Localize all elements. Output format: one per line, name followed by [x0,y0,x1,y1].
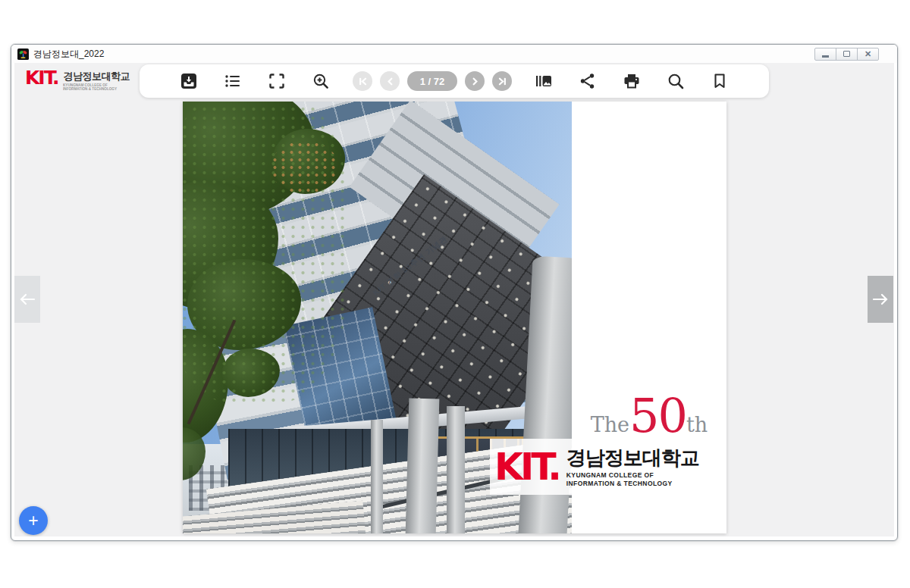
close-button[interactable]: ✕ [857,48,879,61]
flipbook-page[interactable]: KIT 건학 50주년 기념관 The50th KIT. 경남정보대학교 KYU… [183,102,726,533]
viewer-brand: KIT. 경남정보대학교 KYUNGNAM COLLEGE OFINFORMAT… [25,67,156,97]
maximize-button[interactable] [836,48,858,61]
column [447,406,465,533]
brand-name-english: KYUNGNAM COLLEGE OFINFORMATION & TECHNOL… [63,83,117,92]
thumbnail-view-button[interactable] [535,72,553,90]
minimize-icon [822,55,829,58]
page-indicator: 1 / 72 [407,71,457,91]
close-icon: ✕ [864,50,871,58]
print-icon [623,72,641,90]
window-controls: ✕ [815,48,879,61]
first-page-icon [358,77,368,86]
share-button[interactable] [579,72,597,90]
download-icon [180,72,198,90]
last-page-button[interactable] [492,71,512,91]
zoom-in-button[interactable] [312,72,330,90]
next-page-icon [470,77,480,86]
cover-brand-english: KYUNGNAM COLLEGE OFINFORMATION & TECHNOL… [566,471,699,488]
next-page-side-button[interactable] [868,276,893,323]
next-page-button[interactable] [465,71,485,91]
app-icon [17,48,29,60]
previous-page-button[interactable] [380,71,400,91]
anniversary-number: 50 [629,388,686,443]
last-page-icon [497,77,507,86]
anniversary-text: The50th [572,388,726,443]
tree-autumn-speckles [271,141,339,194]
search-button[interactable] [667,72,685,90]
cover-brand: KIT. 경남정보대학교 KYUNGNAM COLLEGE OFINFORMAT… [490,439,726,495]
list-icon [224,72,242,90]
download-button[interactable] [180,72,198,90]
search-icon [667,72,685,90]
column [371,420,383,533]
bookmark-button[interactable] [711,72,729,90]
arrow-right-icon [871,292,890,306]
thumbnail-view-icon [535,72,553,90]
cover-brand-korean: 경남정보대학교 [566,447,699,469]
column [406,399,440,533]
app-window: 경남정보대_2022 ✕ KIT. 경남정보대학교 KYUNGNAM COLLE… [11,44,898,541]
share-icon [579,72,597,90]
first-page-button[interactable] [353,71,372,91]
arrow-left-icon [18,292,36,306]
fullscreen-icon [268,72,286,90]
minimize-button[interactable] [814,48,836,61]
anniversary-th: th [686,413,708,436]
fullscreen-button[interactable] [268,72,286,90]
bookmark-icon [711,72,729,90]
anniversary-the: The [591,413,629,436]
titlebar: 경남정보대_2022 ✕ [11,45,897,63]
zoom-in-icon [312,72,330,90]
window-title: 경남정보대_2022 [33,48,104,61]
add-icon: + [28,512,38,530]
print-button[interactable] [623,72,641,90]
maximize-icon [843,51,850,57]
page-navigation: 1 / 72 [349,71,516,91]
previous-page-icon [385,77,395,86]
cover-brand-names: 경남정보대학교 KYUNGNAM COLLEGE OFINFORMATION &… [566,447,699,488]
toolbar: 1 / 72 [140,64,769,98]
table-of-contents-button[interactable] [224,72,242,90]
previous-page-side-button[interactable] [14,276,40,323]
cover-kit-logo: KIT. [494,449,559,486]
add-button[interactable]: + [19,506,48,535]
viewer-area: KIT. 경남정보대학교 KYUNGNAM COLLEGE OFINFORMAT… [14,63,894,536]
kit-logo: KIT. [25,67,58,89]
